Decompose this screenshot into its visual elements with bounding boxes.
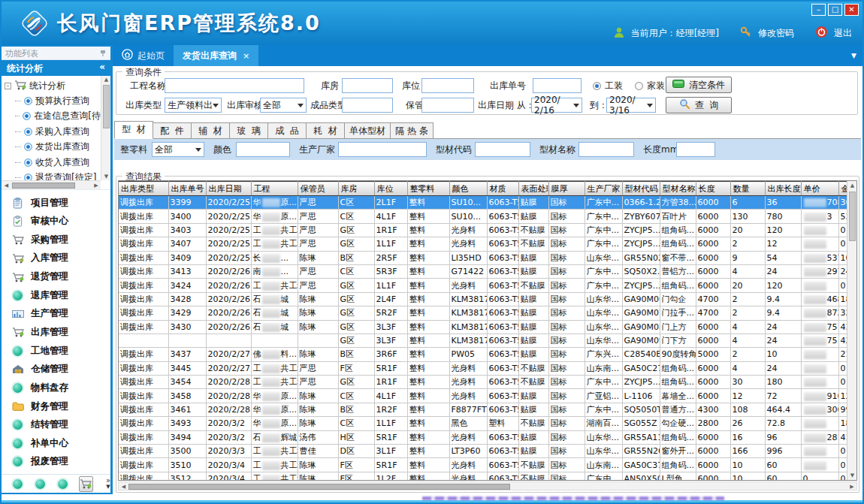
sidebar-module-item[interactable]: 入库管理 [2, 249, 110, 267]
material-tab[interactable]: 隔 热 条 [390, 122, 434, 138]
sidebar-module-item[interactable]: 退库管理 [2, 286, 110, 304]
sidebar-tree-item[interactable]: 收货入库查询 [5, 155, 101, 171]
tree-horizontal-scrollbar[interactable]: ◀ ▶ [2, 180, 101, 189]
product-type-input[interactable] [342, 98, 393, 113]
column-header[interactable]: 型材名称 [660, 182, 696, 196]
profile-name-input[interactable] [579, 142, 634, 157]
tree-vertical-scrollbar[interactable]: ▲ ▼ [101, 76, 110, 180]
circle-icon[interactable] [58, 479, 68, 489]
table-row[interactable]: G区3L3F整料KLM38176063-T5贴膜国标山东华...GA90M09.… [119, 333, 853, 347]
table-row[interactable]: 调拨出库34002020/2/25华原...严思C区4L1F整料SU10...6… [119, 210, 853, 223]
scroll-left-icon[interactable]: ◀ [119, 484, 128, 490]
scroll-up-icon[interactable]: ▲ [101, 77, 111, 83]
column-header[interactable]: 生产厂家 [585, 182, 622, 196]
scroll-down-icon[interactable]: ▼ [101, 174, 111, 180]
column-header[interactable]: 材质 [487, 182, 518, 196]
circle-icon[interactable] [35, 479, 45, 489]
tree-root-node[interactable]: - 统计分析 [5, 78, 101, 93]
column-header[interactable]: 膜厚 [548, 182, 585, 196]
table-row[interactable]: 调拨出库34032020/2/25工共工程严思G区1R1F整料光身料6063-T… [119, 223, 853, 237]
column-header[interactable]: 工程 [251, 182, 298, 196]
column-header[interactable]: 颜色 [449, 182, 487, 196]
column-header[interactable]: 型材代码 [622, 182, 660, 196]
table-row[interactable]: 调拨出库35002020/3/3工共工程曹佳D区3L1F整料LT3P606063… [119, 445, 853, 458]
column-header[interactable]: 表面处理 [518, 182, 548, 196]
cart-button[interactable] [79, 476, 93, 492]
sidebar-module-item[interactable]: 项目管理 [2, 194, 110, 212]
column-header[interactable]: 出库单号 [168, 182, 206, 196]
search-button[interactable]: 查 询 [666, 97, 732, 113]
pin-icon[interactable] [100, 50, 106, 59]
table-row[interactable]: 调拨出库34242020/2/26工共工程严思G区1L1F整料光身料6063-T… [119, 279, 853, 292]
location-input[interactable] [421, 78, 474, 93]
sidebar-module-item[interactable]: 报废管理 [2, 453, 110, 471]
column-header[interactable]: 出库日期 [206, 182, 251, 196]
table-row[interactable]: 调拨出库34932020/3/2华原...陈琳C区1L1F整料黑色塑料不贴膜国标… [119, 417, 853, 430]
table-row[interactable]: 调拨出库34092020/2/25长...陈琳B区2R5F整料LI35HD606… [119, 251, 853, 264]
table-row[interactable]: 调拨出库34372020/2/27佛料...陈琳B区3R6F整料PW056063… [119, 348, 853, 361]
radio-gongzhuang[interactable] [593, 82, 601, 90]
sidebar-tree-item[interactable]: 退货查询[待定] [5, 171, 101, 181]
table-row[interactable]: 调拨出库35122020/3/4工共工程陈琳F区1L2F整料光身料6063-T5… [119, 472, 853, 481]
table-row[interactable]: 调拨出库34072020/2/25工共工程严思G区1L1F整料光身料6063-T… [119, 237, 853, 251]
column-header[interactable]: 库房 [338, 182, 374, 196]
sidebar-tree-item[interactable]: 预算执行查询 [5, 93, 101, 109]
sidebar-module-item[interactable]: 出库管理 [2, 323, 110, 341]
table-row[interactable]: 调拨出库34132020/2/26南...严思C区5R3F整料G71422606… [119, 264, 853, 278]
table-row[interactable]: 调拨出库34452020/2/27工共工程严思F区5R1F整料光身料6063-T… [119, 361, 853, 375]
order-no-input[interactable] [533, 78, 582, 93]
circle-icon[interactable] [13, 479, 23, 489]
project-name-input[interactable] [165, 78, 304, 93]
column-header[interactable]: 库位 [374, 182, 407, 196]
column-header[interactable]: 出库类型 [119, 182, 168, 196]
column-header[interactable]: 单价 [801, 182, 838, 196]
logout-link[interactable]: 退出 [834, 27, 852, 40]
tab-home[interactable]: 起始页 [113, 45, 174, 66]
length-input[interactable] [676, 142, 715, 157]
column-header[interactable]: 整零料 [407, 182, 449, 196]
column-header[interactable]: 数量 [730, 182, 765, 196]
material-tab[interactable]: 玻 璃 [229, 122, 268, 138]
table-row[interactable]: 调拨出库35102020/3/4工共工程陈琳F区5R1F整料光身料6063-T5… [119, 458, 853, 472]
table-horizontal-scrollbar[interactable]: ◀ ▶ [118, 481, 857, 490]
warehouse-input[interactable] [342, 78, 393, 93]
table-row[interactable]: 调拨出库34292020/2/26石城陈琳G区5R2F整料KLM38176063… [119, 306, 853, 320]
section-header[interactable]: 统计分析 « [2, 60, 110, 76]
material-tab[interactable]: 配 件 [153, 122, 192, 138]
tab-close-icon[interactable]: × [243, 51, 249, 61]
table-vertical-scrollbar[interactable]: ▲ ▼ [847, 181, 856, 480]
column-header[interactable]: 长度 [696, 182, 730, 196]
keeper-input[interactable] [421, 98, 474, 113]
tab-overflow-arrow[interactable]: ▼ [851, 52, 856, 59]
maximize-button[interactable]: □ [828, 4, 842, 16]
out-type-select[interactable]: 生产领料出库 [165, 98, 222, 113]
table-row[interactable]: 调拨出库34542020/2/28工共工程严思G区1R1F整料光身料6063-T… [119, 376, 853, 389]
sidebar-module-item[interactable]: 仓储管理 [2, 361, 110, 379]
material-tab[interactable]: 型 材 [114, 121, 153, 139]
tab-outbound-query[interactable]: 发货出库查询 × [174, 45, 258, 66]
column-header[interactable]: 出库长度 [765, 182, 801, 196]
sidebar-module-item[interactable]: 审核中心 [2, 213, 110, 231]
sidebar-module-item[interactable]: 生产管理 [2, 305, 110, 323]
column-header[interactable]: 保管员 [298, 182, 338, 196]
sidebar-module-item[interactable]: 结转管理 [2, 416, 110, 434]
minimize-button[interactable]: – [811, 4, 826, 16]
vendor-input[interactable] [338, 142, 427, 157]
overflow-chevron[interactable]: » ▼ [106, 478, 110, 490]
sidebar-tree-item[interactable]: 发货出库查询 [5, 140, 101, 155]
material-tab[interactable]: 耗 材 [306, 122, 345, 138]
sidebar-module-item[interactable]: 采购管理 [2, 231, 110, 249]
scroll-up-icon[interactable]: ▲ [847, 183, 857, 189]
table-row[interactable]: 调拨出库34282020/2/26石城陈琳G区2L4F整料KLM38176063… [119, 292, 853, 306]
close-button[interactable]: ✕ [844, 4, 859, 16]
tree-expander-icon[interactable]: - [5, 83, 11, 89]
scroll-right-icon[interactable]: ▶ [847, 484, 856, 490]
table-row[interactable]: 调拨出库34942020/3/2石辉城汤伟H区5R1F整料光身料6063-T5贴… [119, 430, 853, 444]
table-row[interactable]: 调拨出库33992020/2/25华原...严思C区2L1F整料SU10...6… [119, 196, 853, 210]
sidebar-tree-item[interactable]: 采购入库查询 [5, 124, 101, 140]
scroll-down-icon[interactable]: ▼ [847, 472, 857, 478]
sidebar-module-item[interactable]: 财务管理 [2, 397, 110, 415]
table-row[interactable]: 调拨出库34302020/2/26石城陈琳G区3L3F整料KLM38176063… [119, 320, 853, 333]
scroll-right-icon[interactable]: ▶ [92, 183, 101, 189]
whole-select[interactable]: 全部 [152, 142, 204, 157]
